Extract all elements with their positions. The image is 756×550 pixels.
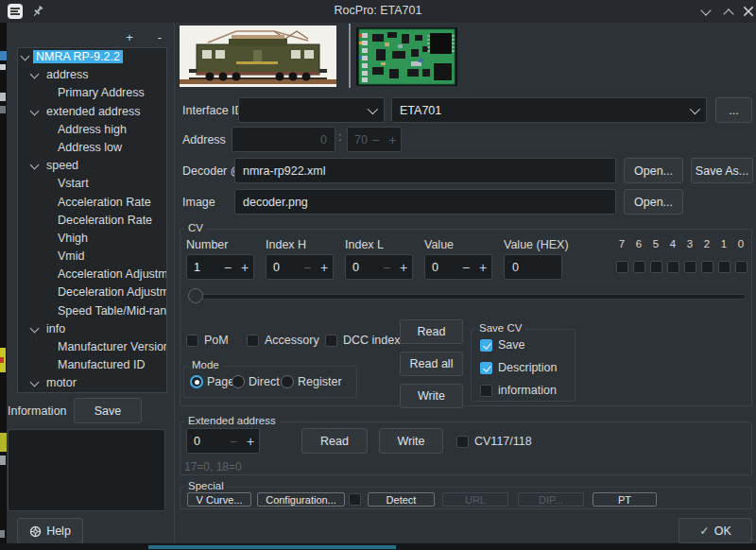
chevron-down-icon[interactable] <box>30 161 40 170</box>
cv-index-l-spinner[interactable]: 0−+ <box>345 254 413 280</box>
increment-button[interactable]: + <box>242 434 259 449</box>
titlebar[interactable]: RocPro: ETA701 <box>0 0 756 23</box>
description-checkbox[interactable] <box>480 362 492 374</box>
decoder-open-button[interactable]: Open... <box>624 158 683 183</box>
bit-checkbox[interactable] <box>616 261 628 273</box>
maximize-button[interactable] <box>722 5 735 18</box>
tree-item-nmra-rp-9-2-2[interactable]: NMRA RP-9.2.2 <box>18 48 166 66</box>
tree-item-speed-table-mid-rang[interactable]: Speed Table/Mid-rang <box>18 302 166 320</box>
extended-write-button[interactable]: Write <box>379 428 443 454</box>
chevron-down-icon[interactable] <box>21 52 30 61</box>
read-button[interactable]: Read <box>400 319 463 344</box>
chevron-down-icon[interactable] <box>30 323 40 333</box>
pom-checkbox[interactable] <box>186 335 198 347</box>
bit-checkbox[interactable] <box>684 261 696 273</box>
chevron-down-icon[interactable] <box>30 70 40 79</box>
address-low-field[interactable]: 0 <box>232 127 335 152</box>
increment-button[interactable]: + <box>384 132 401 147</box>
bit-checkbox[interactable] <box>633 261 645 273</box>
save-checkbox[interactable] <box>480 339 492 352</box>
decoder-file-input[interactable] <box>234 158 616 183</box>
cv117-118-checkbox[interactable] <box>456 436 469 448</box>
decoder-tree[interactable]: NMRA RP-9.2.2addressPrimary Addressexten… <box>17 47 167 393</box>
slider-handle[interactable] <box>188 288 203 303</box>
decrement-button[interactable]: − <box>378 260 395 275</box>
decoder-file-label: Decoder @ <box>182 164 242 178</box>
cv-number-spinner[interactable]: 1−+ <box>186 254 254 280</box>
decoder-name-select[interactable]: ETA701 <box>391 97 707 123</box>
tree-item-manufacturer-version[interactable]: Manufacturer Version <box>18 338 166 356</box>
register-radio[interactable] <box>281 375 294 388</box>
more-button[interactable]: ... <box>715 97 752 123</box>
decrement-button[interactable]: − <box>368 132 385 147</box>
tree-item-manufactured-id[interactable]: Manufactured ID <box>18 356 166 374</box>
decoder-saveas-button[interactable]: Save As... <box>691 158 753 183</box>
close-icon[interactable] <box>742 5 755 18</box>
save-cv-option-save: Save <box>480 338 525 352</box>
tree-item-address[interactable]: address <box>18 66 166 84</box>
image-file-input[interactable] <box>234 189 616 215</box>
ok-button[interactable]: ✓ OK <box>679 518 752 543</box>
tree-item-speed[interactable]: speed <box>18 157 166 175</box>
chevron-down-icon[interactable] <box>30 378 40 387</box>
tree-item-vstart[interactable]: Vstart <box>18 175 166 193</box>
detect-button[interactable]: Detect <box>368 492 435 507</box>
increment-button[interactable]: + <box>474 260 491 275</box>
tree-item-motor[interactable]: motor <box>18 374 166 392</box>
tree-item-label: motor <box>46 376 77 389</box>
information-checkbox[interactable] <box>480 385 492 397</box>
bit-checkbox[interactable] <box>735 261 747 273</box>
minimize-button[interactable] <box>699 5 713 18</box>
decrement-button[interactable]: − <box>299 260 316 275</box>
accessory-checkbox[interactable] <box>247 335 259 347</box>
cv-index-h-spinner[interactable]: 0−+ <box>266 254 334 280</box>
tree-item-vmid[interactable]: Vmid <box>18 248 166 266</box>
bit-checkbox[interactable] <box>650 261 662 273</box>
tree-item-address-low[interactable]: Address low <box>18 139 166 157</box>
bit-checkbox[interactable] <box>701 261 713 273</box>
bit-checkbox[interactable] <box>667 261 679 273</box>
url-button[interactable]: URL <box>442 492 508 507</box>
tree-item-deceleration-rate[interactable]: Deceleration Rate <box>18 212 166 230</box>
tree-item-info[interactable]: info <box>18 320 166 338</box>
tree-item-deceleration-adjustme[interactable]: Deceleration Adjustme <box>18 284 166 301</box>
tree-add-button[interactable]: + <box>121 31 138 45</box>
tree-item-vhigh[interactable]: Vhigh <box>18 230 166 248</box>
address-high-spinner[interactable]: 70 − + <box>347 127 402 152</box>
extended-read-button[interactable]: Read <box>301 428 368 454</box>
image-open-button[interactable]: Open... <box>624 189 683 215</box>
panel-splitter[interactable] <box>174 23 175 543</box>
page-radio[interactable] <box>190 375 203 388</box>
help-button[interactable]: Help <box>17 518 83 544</box>
read-all-button[interactable]: Read all <box>400 352 463 376</box>
extended-address-spinner[interactable]: 0 − + <box>186 428 260 454</box>
cv-hex-input[interactable] <box>504 254 562 280</box>
tree-item-acceleration-rate[interactable]: Acceleration Rate <box>18 194 166 212</box>
cv-value-slider[interactable] <box>186 286 747 305</box>
increment-button[interactable]: + <box>316 260 333 275</box>
bit-checkbox[interactable] <box>718 261 730 273</box>
information-save-button[interactable]: Save <box>74 398 142 423</box>
decrement-button[interactable]: − <box>457 260 474 275</box>
tree-item-acceleration-adjustme[interactable]: Acceleration Adjustme <box>18 266 166 284</box>
dip-button[interactable]: DIP... <box>518 492 584 507</box>
pt-button[interactable]: PT <box>593 492 657 507</box>
decrement-button[interactable]: − <box>219 260 236 275</box>
increment-button[interactable]: + <box>395 260 412 275</box>
direct-radio[interactable] <box>232 375 245 388</box>
dcc-index-checkbox[interactable] <box>325 335 337 347</box>
tree-remove-button[interactable]: - <box>151 31 168 45</box>
tree-item-address-high[interactable]: Address high <box>18 121 166 139</box>
tree-item-extended-address[interactable]: extended address <box>18 103 166 121</box>
configuration-checkbox[interactable] <box>349 493 361 506</box>
decrement-button[interactable]: − <box>225 434 242 449</box>
interface-id-select[interactable] <box>238 97 385 123</box>
write-button[interactable]: Write <box>400 384 463 408</box>
chevron-down-icon[interactable] <box>30 106 40 115</box>
tree-item-primary-address[interactable]: Primary Address <box>18 84 166 102</box>
configuration-button[interactable]: Configuration... <box>257 492 345 507</box>
information-textarea[interactable] <box>8 429 165 511</box>
v-curve-button[interactable]: V Curve... <box>187 492 251 507</box>
increment-button[interactable]: + <box>236 260 253 275</box>
cv-value-spinner[interactable]: 0−+ <box>424 254 492 280</box>
